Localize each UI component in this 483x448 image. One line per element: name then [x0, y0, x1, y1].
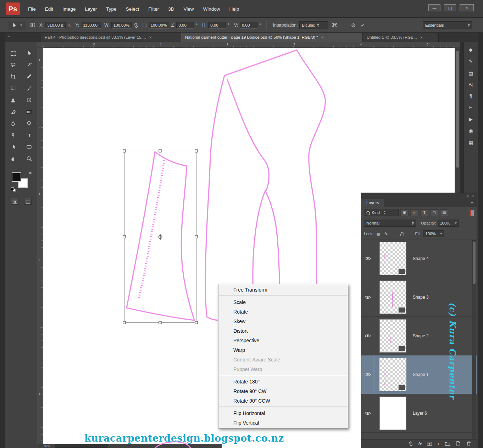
tool-preset-picker[interactable]	[8, 21, 26, 29]
lock-transparent-pixels-icon[interactable]: ▦	[376, 231, 382, 237]
opacity-select[interactable]: 100%	[438, 220, 459, 227]
new-adjustment-layer-icon[interactable]: ◐	[437, 442, 440, 446]
foreground-color-swatch[interactable]	[12, 172, 21, 182]
menu-filter[interactable]: Filter	[144, 6, 163, 12]
layer-row-shape3[interactable]: Shape 3	[361, 278, 477, 317]
menu-item-flip-horizontal[interactable]: Flip Horizontal	[218, 408, 348, 418]
menu-help[interactable]: Help	[224, 6, 244, 12]
menu-view[interactable]: View	[179, 6, 198, 12]
panel-3d-icon[interactable]: ◉	[468, 128, 473, 134]
menu-item-rotate-90-cw[interactable]: Rotate 90° CW	[218, 386, 348, 396]
menu-3d[interactable]: 3D	[163, 6, 179, 12]
zoom-tool[interactable]	[24, 154, 35, 164]
eraser-tool[interactable]	[8, 107, 19, 117]
history-brush-tool[interactable]	[24, 96, 35, 105]
filtering-toggle[interactable]	[470, 209, 474, 216]
lock-position-icon[interactable]: +	[391, 231, 397, 237]
x-input[interactable]	[45, 22, 66, 29]
menu-item-distort[interactable]: Distort	[218, 326, 348, 336]
custom-shape-tool[interactable]	[24, 143, 35, 152]
panel-close-icon[interactable]: ×	[472, 193, 474, 198]
panel-collapse-icon[interactable]: «	[466, 193, 468, 198]
gradient-tool[interactable]	[24, 107, 35, 117]
blend-mode-select[interactable]: Normal	[364, 220, 416, 227]
layer-name[interactable]: Shape 2	[413, 333, 429, 338]
minimize-button[interactable]: —	[428, 4, 440, 11]
layer-thumbnail[interactable]	[379, 397, 406, 430]
panel-slices-icon[interactable]: ✂	[469, 105, 473, 110]
vector-mask-badge[interactable]	[398, 269, 405, 274]
tab-document-2-active[interactable]: National garment cutter - page 19 Bodice…	[181, 33, 363, 42]
y-input[interactable]	[81, 22, 101, 29]
menu-item-perspective[interactable]: Perspective	[218, 336, 348, 345]
panel-character-icon[interactable]: A|	[469, 82, 473, 87]
panel-brush-icon[interactable]: ✎	[469, 59, 473, 64]
swap-colors-icon[interactable]: ⇄	[29, 171, 32, 175]
move-tool[interactable]	[24, 49, 35, 58]
tab-document-3[interactable]: Untitled-1 @ 33.3% (RGB... ×	[363, 33, 439, 42]
healing-brush-tool[interactable]	[8, 84, 19, 93]
menu-window[interactable]: Window	[198, 6, 224, 12]
add-layer-mask-icon[interactable]	[427, 441, 432, 447]
delete-layer-icon[interactable]	[466, 441, 472, 447]
clone-stamp-tool[interactable]	[8, 96, 19, 105]
filter-type-layers-icon[interactable]: T	[420, 209, 428, 216]
dodge-tool[interactable]	[24, 119, 35, 128]
height-input[interactable]	[149, 22, 169, 29]
menu-item-scale[interactable]: Scale	[218, 297, 348, 307]
tab-close-icon[interactable]: ×	[321, 35, 324, 40]
cancel-transform-icon[interactable]: ⊘	[351, 22, 356, 28]
hand-tool[interactable]	[8, 154, 19, 164]
menu-item-skew[interactable]: Skew	[218, 316, 348, 326]
menu-item-rotate[interactable]: Rotate	[218, 307, 348, 316]
brush-tool[interactable]	[24, 84, 35, 93]
tab-close-icon[interactable]: ×	[420, 35, 423, 40]
panel-paragraph-icon[interactable]: ¶	[470, 93, 472, 99]
zoom-level[interactable]: 50%	[44, 444, 50, 448]
skew-v-input[interactable]	[240, 22, 257, 29]
path-selection-tool[interactable]	[8, 143, 19, 152]
menu-item-rotate-90-ccw[interactable]: Rotate 90° CCW	[218, 396, 348, 405]
interpolation-select[interactable]: Bicubic	[299, 21, 328, 29]
screen-mode-button[interactable]	[24, 198, 32, 205]
layer-row-shape2[interactable]: Shape 2	[361, 317, 477, 355]
layer-thumbnail[interactable]	[379, 281, 406, 314]
quick-mask-button[interactable]	[11, 198, 18, 205]
magic-wand-tool[interactable]	[24, 61, 35, 70]
lock-all-icon[interactable]	[399, 231, 405, 237]
layer-row-shape1-selected[interactable]: Shape 1	[361, 355, 477, 394]
menu-image[interactable]: Image	[58, 6, 80, 12]
vector-mask-badge[interactable]	[398, 385, 405, 390]
panel-navigator-icon[interactable]: ◆	[469, 47, 473, 52]
link-dimensions-icon[interactable]	[133, 23, 138, 28]
reference-point-locator-icon[interactable]	[30, 23, 35, 27]
panel-menu-icon[interactable]: ≡	[471, 200, 477, 207]
fill-select[interactable]: 100%	[423, 230, 444, 237]
visibility-toggle[interactable]	[361, 239, 374, 278]
visibility-toggle[interactable]	[361, 394, 374, 432]
scrollbar-thumb[interactable]	[456, 51, 459, 168]
menu-file[interactable]: File	[23, 6, 40, 12]
layer-name[interactable]: Shape 3	[413, 295, 429, 300]
layer-row-layer6[interactable]: Layer 6	[361, 394, 477, 433]
skew-h-input[interactable]	[208, 22, 226, 29]
menu-item-flip-vertical[interactable]: Flip Vertical	[218, 418, 348, 427]
menu-select[interactable]: Select	[121, 6, 144, 12]
lock-image-pixels-icon[interactable]: ✎	[383, 231, 389, 237]
filter-smart-objects-icon[interactable]: ▤	[440, 209, 448, 216]
new-group-icon[interactable]	[445, 441, 450, 447]
smudge-tool[interactable]	[8, 119, 19, 128]
filter-shape-layers-icon[interactable]: ▢	[430, 209, 438, 216]
scrollbar-thumb[interactable]	[473, 242, 476, 284]
relative-position-delta-icon[interactable]: △	[67, 23, 71, 28]
link-layers-icon[interactable]	[408, 441, 413, 447]
layer-name[interactable]: Shape 1	[413, 372, 429, 377]
filter-adjustment-layers-icon[interactable]: ◐	[410, 209, 418, 216]
filter-pixel-layers-icon[interactable]: ▣	[400, 209, 409, 216]
menu-layer[interactable]: Layer	[80, 6, 102, 12]
vector-mask-badge[interactable]	[398, 307, 405, 313]
vector-mask-badge[interactable]	[398, 346, 405, 352]
layers-scrollbar[interactable]	[472, 240, 476, 438]
layers-tab[interactable]: Layers	[361, 199, 384, 207]
commit-transform-icon[interactable]: ✓	[361, 22, 365, 28]
